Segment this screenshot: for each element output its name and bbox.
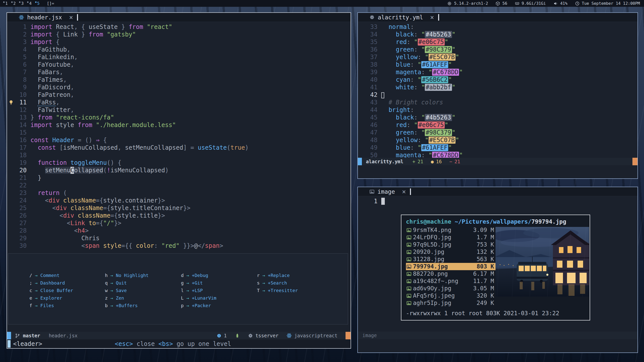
terminal-buffer-image[interactable]: 1: [358, 196, 637, 205]
code-line-23[interactable]: 23 return (: [7, 189, 351, 197]
code-line-43[interactable]: 43 # Bright colors: [358, 99, 637, 106]
code-line-10[interactable]: 10 FaPatreon,: [7, 91, 351, 99]
file-row-AFq5r6j.jpeg[interactable]: AFq5r6j.jpeg320 K: [406, 292, 496, 299]
code-line-39[interactable]: 39 magenta: "#C678DD": [358, 68, 637, 76]
line-number: 17: [15, 144, 27, 151]
tab-close-button[interactable]: ×: [430, 15, 434, 20]
code-line-35[interactable]: 35 red: "#e06c75": [358, 38, 637, 46]
layout-symbol[interactable]: []=: [42, 1, 59, 6]
git-branch-icon: [15, 333, 20, 338]
tab-header-jsx[interactable]: header.jsx ×: [19, 14, 73, 21]
code-line-22[interactable]: 22: [7, 182, 351, 189]
code-line-14[interactable]: 14import style from "./header.module.les…: [7, 121, 351, 129]
file-row-882720.png[interactable]: 882720.png6.17 M: [406, 270, 496, 277]
code-line-33[interactable]: 33 normal:: [358, 23, 637, 31]
workspace-1[interactable]: 1: [3, 1, 11, 6]
code-line-12[interactable]: 12 FaTwitter,: [7, 106, 351, 114]
code-line-9[interactable]: 9 FaDiscord,: [7, 84, 351, 91]
color-swatch: #61AFEF: [421, 144, 448, 151]
code-line-37[interactable]: 37 yellow: "#E5C07B": [358, 53, 637, 61]
color-swatch: #98C379: [425, 46, 452, 53]
occupied-dot: [3, 2, 5, 3]
code-line-42[interactable]: 42: [358, 91, 637, 99]
code-line-20[interactable]: 20 setMenuCollapsed(!isMenuCollapsed): [7, 167, 351, 174]
react-filetype-icon: [286, 333, 292, 338]
code-line-15[interactable]: 15: [7, 129, 351, 136]
occupied-dot: [35, 2, 36, 3]
code-line-11[interactable]: 11 FaRss,: [7, 99, 351, 106]
code-line-28[interactable]: 28 <h4>: [7, 227, 351, 234]
color-swatch: #56B6C2: [421, 76, 448, 83]
code-line-27[interactable]: 27 <Link to={"/"}>: [7, 219, 351, 227]
file-row-ad6v9Oy.jpg[interactable]: ad6v9Oy.jpg3.05 M: [406, 285, 496, 292]
code-line-40[interactable]: 40 cyan: "#56B6C2": [358, 76, 637, 84]
file-row-799794.jpg[interactable]: 799794.jpg803 K: [406, 263, 496, 270]
code-line-4[interactable]: 4 FaGithub,: [7, 46, 351, 53]
code-line-30[interactable]: 30 <span style={{ color: "red" }}>@</spa…: [7, 242, 351, 250]
code-line-26[interactable]: 26 <div className={style.title}>: [7, 212, 351, 219]
code-line-13[interactable]: 13} from "react-icons/fa": [7, 114, 351, 121]
code-line-21[interactable]: 21 }: [7, 174, 351, 182]
code-line-19[interactable]: 19 function toggleMenu() {: [7, 159, 351, 167]
code-line-48[interactable]: 48 yellow: "#E5C07B": [358, 136, 637, 144]
code-line-46[interactable]: 46 red: "#e06c75": [358, 121, 637, 129]
code-line-25[interactable]: 25 <div className={style.titleContainer}…: [7, 204, 351, 212]
code-line-44[interactable]: 44 bright:: [358, 106, 637, 114]
file-row-20920.jpg[interactable]: 20920.jpg132 K: [406, 248, 496, 256]
code-line-6[interactable]: 6 FaYoutube,: [7, 61, 351, 68]
lightbulb-icon: [7, 99, 15, 106]
workspace-5[interactable]: 5: [34, 1, 43, 6]
code-buffer-header-jsx[interactable]: 1import React, { useState } from "react"…: [7, 22, 351, 250]
code-line-2[interactable]: 2import { Link } from "gatsby": [7, 31, 351, 38]
file-row-24LrDFQ.jpg[interactable]: 24LrDFQ.jpg1.7 M: [406, 234, 496, 241]
gear-icon: [248, 333, 253, 338]
code-line-38[interactable]: 38 blue: "#61AFEF": [358, 61, 637, 68]
file-row-a19c482f~.png[interactable]: a19c482f~.png11.7 M: [406, 277, 496, 285]
code-buffer-alacritty-yml[interactable]: 33 normal:34 black: "#4b5263"35 red: "#e…: [358, 22, 637, 159]
code-line-49[interactable]: 49 blue: "#61AFEF": [358, 144, 637, 151]
code-line-3[interactable]: 3import {: [7, 38, 351, 46]
image-file-icon: [406, 271, 413, 276]
code-line-36[interactable]: 36 green: "#98C379": [358, 46, 637, 53]
workspace-2[interactable]: 2: [11, 1, 19, 6]
code-line-16[interactable]: 16const Header = () ⇒ {: [7, 136, 351, 144]
cmdline-left[interactable]: <leader> <esc> close <bs> go up one leve…: [7, 339, 351, 348]
file-row-9rsmTK4.png[interactable]: 9rsmTK4.png3.09 M: [406, 226, 496, 234]
status-kernel: 5.14.2-arch1-2: [447, 1, 488, 6]
code-line-29[interactable]: 29 Chris: [7, 234, 351, 242]
code-line-5[interactable]: 5 FaLinkedin,: [7, 53, 351, 61]
code-line-34[interactable]: 34 black: "#4b5263": [358, 31, 637, 38]
whichkey-empty-cell: [257, 302, 348, 309]
code-line-7[interactable]: 7 FaBars,: [7, 68, 351, 76]
tab-image[interactable]: image ×: [369, 188, 406, 195]
code-line-1[interactable]: 1: [358, 197, 637, 205]
git-branch[interactable]: master: [23, 333, 40, 338]
file-list: 9rsmTK4.png3.09 M24LrDFQ.jpg1.7 M97q9L5D…: [406, 226, 496, 307]
code-line-45[interactable]: 45 black: "#4b5263": [358, 114, 637, 121]
tab-alacritty-yml[interactable]: alacritty.yml ×: [369, 14, 434, 21]
workspace-4[interactable]: 4: [26, 1, 34, 6]
file-row-aghr5Ip.jpg[interactable]: aghr5Ip.jpg249 K: [406, 299, 496, 307]
filetype-name: javascriptreact: [294, 333, 337, 338]
file-name: 20920.jpg: [413, 248, 468, 256]
code-line-41[interactable]: 41 white: "#abb2bf": [358, 84, 637, 91]
code-line-17[interactable]: 17 const [isMenuCollapsed, setMenuCollap…: [7, 144, 351, 151]
file-row-31228.jpg[interactable]: 31228.jpg563 K: [406, 256, 496, 263]
whichkey-comment: / → Comment: [29, 272, 105, 279]
code-line-47[interactable]: 47 green: "#98C379": [358, 129, 637, 136]
line-number: 43: [366, 99, 377, 106]
tab-cursor: [410, 188, 411, 195]
code-line-24[interactable]: 24 <div className={style.container}>: [7, 197, 351, 204]
clock-icon: [575, 1, 580, 6]
tab-close-button[interactable]: ×: [402, 189, 406, 194]
code-line-18[interactable]: 18: [7, 151, 351, 159]
code-line-1[interactable]: 1import React, { useState } from "react": [7, 23, 351, 31]
code-line-8[interactable]: 8 FaTimes,: [7, 76, 351, 84]
line-number: 42: [366, 91, 377, 99]
git-added: + 21: [412, 159, 423, 164]
workspace-3[interactable]: 3: [18, 1, 26, 6]
whichkey-dashboard: ; → Dashboard: [29, 279, 105, 287]
file-row-97q9L5D.jpg[interactable]: 97q9L5D.jpg753 K: [406, 241, 496, 248]
tab-close-button[interactable]: ×: [69, 15, 73, 20]
file-size: 753 K: [468, 241, 494, 248]
